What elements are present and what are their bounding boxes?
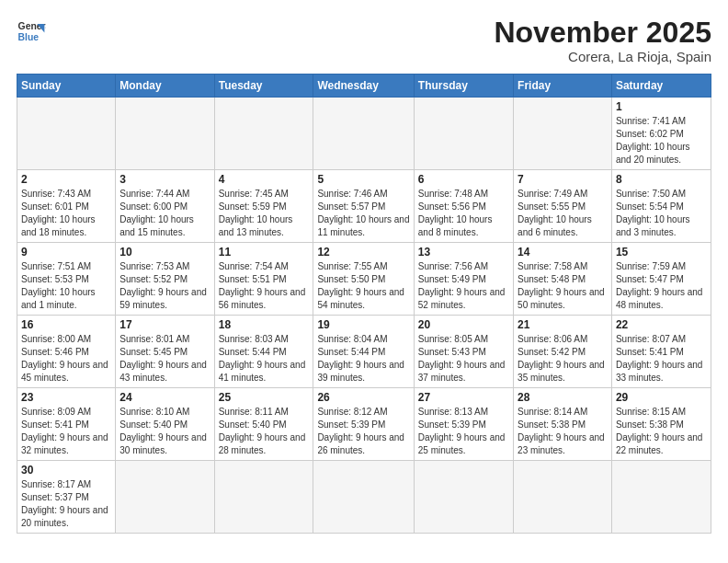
calendar-cell: 29Sunrise: 8:15 AM Sunset: 5:38 PM Dayli… <box>611 388 711 461</box>
day-info: Sunrise: 7:55 AM Sunset: 5:50 PM Dayligh… <box>317 260 409 312</box>
col-wednesday: Wednesday <box>313 75 414 98</box>
calendar-cell: 20Sunrise: 8:05 AM Sunset: 5:43 PM Dayli… <box>414 316 513 388</box>
day-info: Sunrise: 8:01 AM Sunset: 5:45 PM Dayligh… <box>119 333 210 385</box>
day-number: 29 <box>616 391 707 404</box>
calendar-cell <box>414 461 513 534</box>
day-number: 18 <box>219 318 310 331</box>
calendar-cell: 18Sunrise: 8:03 AM Sunset: 5:44 PM Dayli… <box>214 316 313 388</box>
col-thursday: Thursday <box>414 75 513 98</box>
calendar-cell: 8Sunrise: 7:50 AM Sunset: 5:54 PM Daylig… <box>611 170 711 243</box>
calendar-cell: 17Sunrise: 8:01 AM Sunset: 5:45 PM Dayli… <box>116 316 214 388</box>
calendar-cell: 21Sunrise: 8:06 AM Sunset: 5:42 PM Dayli… <box>514 316 612 388</box>
col-sunday: Sunday <box>17 75 116 98</box>
header: General Blue November 2025 Corera, La Ri… <box>17 17 711 64</box>
day-number: 22 <box>616 318 707 331</box>
col-saturday: Saturday <box>611 75 711 98</box>
calendar-cell <box>611 461 711 534</box>
day-number: 1 <box>616 100 707 113</box>
calendar-cell: 3Sunrise: 7:44 AM Sunset: 6:00 PM Daylig… <box>116 170 214 243</box>
day-info: Sunrise: 8:07 AM Sunset: 5:41 PM Dayligh… <box>616 333 707 385</box>
col-tuesday: Tuesday <box>214 75 313 98</box>
calendar-cell <box>214 98 313 170</box>
month-title: November 2025 <box>494 17 711 49</box>
day-info: Sunrise: 8:13 AM Sunset: 5:39 PM Dayligh… <box>418 406 509 457</box>
calendar-cell: 26Sunrise: 8:12 AM Sunset: 5:39 PM Dayli… <box>313 388 414 461</box>
calendar-cell: 28Sunrise: 8:14 AM Sunset: 5:38 PM Dayli… <box>514 388 612 461</box>
calendar-cell: 16Sunrise: 8:00 AM Sunset: 5:46 PM Dayli… <box>17 316 116 388</box>
day-number: 3 <box>119 173 210 186</box>
day-info: Sunrise: 8:00 AM Sunset: 5:46 PM Dayligh… <box>21 333 111 385</box>
day-info: Sunrise: 8:04 AM Sunset: 5:44 PM Dayligh… <box>317 333 409 385</box>
day-number: 12 <box>317 246 409 259</box>
day-info: Sunrise: 7:59 AM Sunset: 5:47 PM Dayligh… <box>616 260 707 312</box>
day-info: Sunrise: 7:56 AM Sunset: 5:49 PM Dayligh… <box>418 260 509 312</box>
calendar-cell: 11Sunrise: 7:54 AM Sunset: 5:51 PM Dayli… <box>214 243 313 316</box>
day-info: Sunrise: 8:11 AM Sunset: 5:40 PM Dayligh… <box>219 406 310 457</box>
calendar-cell <box>313 461 414 534</box>
title-block: November 2025 Corera, La Rioja, Spain <box>494 17 711 64</box>
day-number: 24 <box>119 391 210 404</box>
day-number: 15 <box>616 246 707 259</box>
day-number: 17 <box>119 318 210 331</box>
calendar-cell: 6Sunrise: 7:48 AM Sunset: 5:56 PM Daylig… <box>414 170 513 243</box>
day-info: Sunrise: 8:03 AM Sunset: 5:44 PM Dayligh… <box>219 333 310 385</box>
day-number: 30 <box>21 464 111 477</box>
day-number: 20 <box>418 318 509 331</box>
calendar-cell: 15Sunrise: 7:59 AM Sunset: 5:47 PM Dayli… <box>611 243 711 316</box>
calendar-cell: 13Sunrise: 7:56 AM Sunset: 5:49 PM Dayli… <box>414 243 513 316</box>
day-number: 13 <box>418 246 509 259</box>
day-info: Sunrise: 7:48 AM Sunset: 5:56 PM Dayligh… <box>418 188 509 239</box>
calendar-cell <box>17 98 116 170</box>
calendar-cell: 27Sunrise: 8:13 AM Sunset: 5:39 PM Dayli… <box>414 388 513 461</box>
day-info: Sunrise: 7:51 AM Sunset: 5:53 PM Dayligh… <box>21 260 111 312</box>
day-number: 25 <box>219 391 310 404</box>
day-info: Sunrise: 7:41 AM Sunset: 6:02 PM Dayligh… <box>616 115 707 167</box>
day-info: Sunrise: 7:53 AM Sunset: 5:52 PM Dayligh… <box>119 260 210 312</box>
generalblue-icon: General Blue <box>17 17 46 46</box>
day-info: Sunrise: 7:46 AM Sunset: 5:57 PM Dayligh… <box>317 188 409 239</box>
calendar-cell <box>116 98 214 170</box>
page: General Blue November 2025 Corera, La Ri… <box>0 0 728 563</box>
day-number: 5 <box>317 173 409 186</box>
calendar-cell: 10Sunrise: 7:53 AM Sunset: 5:52 PM Dayli… <box>116 243 214 316</box>
calendar-cell: 14Sunrise: 7:58 AM Sunset: 5:48 PM Dayli… <box>514 243 612 316</box>
day-info: Sunrise: 8:09 AM Sunset: 5:41 PM Dayligh… <box>21 406 111 457</box>
day-number: 11 <box>219 246 310 259</box>
calendar-cell: 25Sunrise: 8:11 AM Sunset: 5:40 PM Dayli… <box>214 388 313 461</box>
calendar-cell: 4Sunrise: 7:45 AM Sunset: 5:59 PM Daylig… <box>214 170 313 243</box>
calendar-cell: 24Sunrise: 8:10 AM Sunset: 5:40 PM Dayli… <box>116 388 214 461</box>
day-number: 28 <box>518 391 608 404</box>
calendar-cell: 9Sunrise: 7:51 AM Sunset: 5:53 PM Daylig… <box>17 243 116 316</box>
day-number: 2 <box>21 173 111 186</box>
day-number: 6 <box>418 173 509 186</box>
calendar: Sunday Monday Tuesday Wednesday Thursday… <box>17 74 711 534</box>
day-number: 14 <box>518 246 608 259</box>
day-number: 16 <box>21 318 111 331</box>
calendar-cell <box>313 98 414 170</box>
day-info: Sunrise: 7:58 AM Sunset: 5:48 PM Dayligh… <box>518 260 608 312</box>
calendar-cell <box>214 461 313 534</box>
day-info: Sunrise: 7:43 AM Sunset: 6:01 PM Dayligh… <box>21 188 111 239</box>
day-number: 21 <box>518 318 608 331</box>
svg-text:Blue: Blue <box>18 32 40 42</box>
day-number: 7 <box>518 173 608 186</box>
day-number: 26 <box>317 391 409 404</box>
day-number: 8 <box>616 173 707 186</box>
location: Corera, La Rioja, Spain <box>494 49 711 64</box>
weekday-header-row: Sunday Monday Tuesday Wednesday Thursday… <box>17 75 711 98</box>
day-number: 19 <box>317 318 409 331</box>
day-number: 4 <box>219 173 310 186</box>
day-number: 10 <box>119 246 210 259</box>
day-number: 27 <box>418 391 509 404</box>
day-info: Sunrise: 7:45 AM Sunset: 5:59 PM Dayligh… <box>219 188 310 239</box>
calendar-cell: 30Sunrise: 8:17 AM Sunset: 5:37 PM Dayli… <box>17 461 116 534</box>
day-info: Sunrise: 8:14 AM Sunset: 5:38 PM Dayligh… <box>518 406 608 457</box>
calendar-cell <box>414 98 513 170</box>
day-info: Sunrise: 8:06 AM Sunset: 5:42 PM Dayligh… <box>518 333 608 385</box>
calendar-cell <box>514 461 612 534</box>
day-info: Sunrise: 8:17 AM Sunset: 5:37 PM Dayligh… <box>21 478 111 530</box>
calendar-cell: 19Sunrise: 8:04 AM Sunset: 5:44 PM Dayli… <box>313 316 414 388</box>
calendar-cell: 23Sunrise: 8:09 AM Sunset: 5:41 PM Dayli… <box>17 388 116 461</box>
day-info: Sunrise: 8:10 AM Sunset: 5:40 PM Dayligh… <box>119 406 210 457</box>
calendar-cell <box>514 98 612 170</box>
